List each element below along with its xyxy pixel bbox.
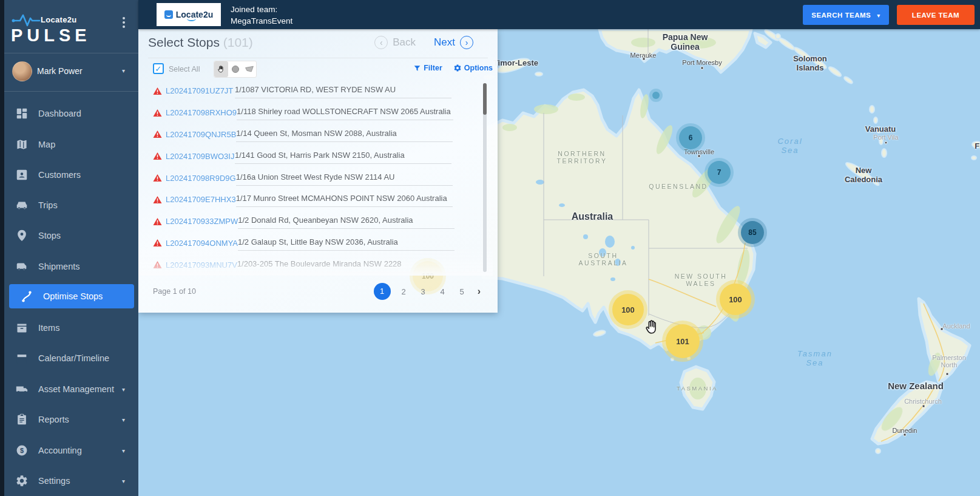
map-pin-icon bbox=[15, 229, 29, 242]
sidebar-item-settings[interactable]: Settings ▾ bbox=[4, 469, 138, 493]
warning-icon bbox=[153, 87, 162, 95]
sidebar-item-shipments[interactable]: Shipments bbox=[4, 254, 138, 279]
page-button-1[interactable]: 1 bbox=[374, 283, 391, 300]
app-window: Papua New Guinea Merauke Port Moresby Ti… bbox=[0, 0, 980, 496]
sidebar-item-accounting[interactable]: $ Accounting ▾ bbox=[4, 438, 138, 463]
sidebar-item-label: Trips bbox=[38, 200, 58, 210]
locate2u-logo-text: Locate2u bbox=[176, 10, 213, 19]
stop-id-link[interactable]: L202417098RXHO9 bbox=[166, 108, 237, 117]
sidebar-item-reports[interactable]: Reports ▾ bbox=[4, 407, 138, 432]
stop-id-link[interactable]: L20241709BWO3IJ bbox=[166, 152, 235, 161]
stop-address: 1/1087 VICTORIA RD, WEST RYDE NSW AU bbox=[235, 83, 451, 98]
svg-text:$: $ bbox=[20, 447, 24, 454]
page-button-4[interactable]: 4 bbox=[436, 287, 449, 296]
stop-cluster-100-east[interactable]: 100 bbox=[720, 284, 751, 315]
polygon-select-tool[interactable] bbox=[242, 61, 256, 77]
stop-row[interactable]: L20241709QNJR5B 1/14 Queen St, Mosman NS… bbox=[138, 124, 498, 146]
stop-cluster-101[interactable]: 101 bbox=[666, 324, 700, 358]
warning-icon bbox=[153, 109, 162, 117]
stop-id-link[interactable]: L202417093MNU7V bbox=[166, 260, 237, 269]
filter-button[interactable]: Filter bbox=[413, 64, 442, 72]
wizard-nav: ‹ Back Next › bbox=[374, 36, 473, 49]
sidebar-item-label: Asset Management bbox=[38, 384, 114, 394]
sidebar-item-dashboard[interactable]: Dashboard bbox=[4, 101, 138, 126]
sidebar-item-calendar-timeline[interactable]: Calendar/Timeline bbox=[4, 346, 138, 370]
kebab-menu-icon[interactable] bbox=[123, 15, 125, 30]
page-button-3[interactable]: 3 bbox=[417, 287, 430, 296]
sidebar-item-asset-management[interactable]: Asset Management ▾ bbox=[4, 377, 138, 401]
stop-cluster-7[interactable]: 7 bbox=[708, 161, 731, 184]
calendar-icon bbox=[15, 352, 29, 365]
product-name: PULSE bbox=[11, 25, 91, 46]
select-all-checkbox[interactable]: ✓ bbox=[153, 63, 164, 74]
sidebar-item-label: Reports bbox=[38, 415, 69, 424]
stop-row[interactable]: L202417091UZ7JT 1/1087 VICTORIA RD, WEST… bbox=[138, 80, 498, 102]
stop-row[interactable]: L20241709E7HHX3 1/17 Munro Street MCMAHO… bbox=[138, 189, 498, 211]
stops-list: L202417091UZ7JT 1/1087 VICTORIA RD, WEST… bbox=[138, 80, 498, 269]
sidebar-item-label: Dashboard bbox=[38, 109, 81, 118]
sidebar-item-stops[interactable]: Stops bbox=[4, 223, 138, 248]
page-button-5[interactable]: 5 bbox=[456, 287, 468, 296]
chevron-down-icon: ▾ bbox=[877, 12, 880, 19]
stop-row[interactable]: L2024170933ZMPW 1/2 Donald Rd, Queanbeya… bbox=[138, 211, 498, 233]
search-teams-button[interactable]: SEARCH TEAMS▾ bbox=[803, 5, 889, 25]
next-arrow-icon[interactable]: › bbox=[460, 36, 473, 49]
pagination: Page 1 of 10 1 2 3 4 5 › bbox=[138, 279, 498, 304]
funnel-icon bbox=[413, 64, 421, 72]
next-button[interactable]: Next bbox=[434, 36, 455, 49]
warning-icon bbox=[153, 152, 162, 160]
pan-hand-tool[interactable] bbox=[214, 61, 228, 77]
stop-row[interactable]: L202417094ONMYA 1/2 Galaup St, Little Ba… bbox=[138, 233, 498, 254]
sidebar-item-map[interactable]: Map bbox=[4, 132, 138, 157]
list-toolbar: ✓ Select All Filter bbox=[138, 61, 498, 79]
sidebar-item-items[interactable]: Items bbox=[4, 316, 138, 340]
back-arrow-icon[interactable]: ‹ bbox=[374, 36, 388, 49]
stop-id-link[interactable]: L20241709QNJR5B bbox=[166, 130, 236, 139]
stop-id-link[interactable]: L202417098R9D9G bbox=[166, 174, 236, 183]
stop-address: 1/141 Good St, Harris Park NSW 2150, Aus… bbox=[235, 149, 451, 164]
map-icon bbox=[15, 138, 29, 151]
stop-cluster-6[interactable]: 6 bbox=[679, 126, 702, 149]
stop-cluster-dot[interactable] bbox=[652, 92, 660, 99]
stop-address: 1/14 Queen St, Mosman NSW 2088, Australi… bbox=[236, 127, 453, 142]
options-button[interactable]: Options bbox=[453, 64, 493, 72]
stop-row[interactable]: L20241709BWO3IJ 1/141 Good St, Harris Pa… bbox=[138, 145, 498, 167]
sidebar-item-label: Shipments bbox=[38, 262, 80, 271]
customers-icon bbox=[15, 168, 29, 182]
stop-address: 1/2 Donald Rd, Queanbeyan NSW 2620, Aust… bbox=[238, 214, 455, 229]
scrollbar-thumb[interactable] bbox=[483, 83, 487, 115]
route-icon bbox=[20, 290, 33, 303]
circle-select-tool[interactable] bbox=[228, 61, 242, 77]
stop-id-link[interactable]: L2024170933ZMPW bbox=[166, 217, 238, 226]
sidebar-item-label: Optimise Stops bbox=[43, 291, 103, 301]
stop-row[interactable]: L202417098R9D9G 1/16a Union Street West … bbox=[138, 167, 498, 189]
user-menu[interactable]: Mark Power ▾ bbox=[4, 59, 138, 84]
sidebar-item-optimise-stops[interactable]: Optimise Stops bbox=[9, 284, 134, 308]
back-button[interactable]: Back bbox=[393, 36, 416, 49]
stop-row[interactable]: L202417098RXHO9 1/118 Shirley road WOLLS… bbox=[138, 102, 498, 124]
chevron-down-icon: ▾ bbox=[122, 67, 125, 74]
list-scrollbar[interactable] bbox=[483, 83, 487, 272]
chevron-down-icon: ▾ bbox=[122, 478, 125, 484]
stop-cluster-85[interactable]: 85 bbox=[741, 221, 764, 244]
leave-team-button[interactable]: LEAVE TEAM bbox=[897, 5, 975, 25]
user-name: Mark Power bbox=[37, 66, 83, 76]
stop-id-link[interactable]: L202417091UZ7JT bbox=[166, 86, 235, 95]
sidebar-item-customers[interactable]: Customers bbox=[4, 163, 138, 187]
stop-id-link[interactable]: L202417094ONMYA bbox=[166, 239, 238, 248]
townsville-marker bbox=[698, 155, 701, 158]
next-page-icon[interactable]: › bbox=[478, 286, 481, 297]
joined-team-text: Joined team: MegaTransEvent bbox=[231, 4, 292, 27]
divider bbox=[4, 53, 138, 53]
stop-address: 1/2 Galaup St, Little Bay NSW 2036, Aust… bbox=[238, 236, 455, 251]
brand-name: Locate2u bbox=[41, 15, 76, 24]
stop-cluster-100-west[interactable]: 100 bbox=[612, 294, 644, 325]
stop-address: 1/16a Union Street West Ryde NSW 2114 AU bbox=[236, 171, 453, 186]
chevron-down-icon: ▾ bbox=[122, 416, 125, 423]
stop-row[interactable]: L202417093MNU7V 1/203-205 The Boulevarde… bbox=[138, 254, 498, 269]
page-button-2[interactable]: 2 bbox=[397, 287, 410, 296]
sidebar-item-trips[interactable]: Trips bbox=[4, 193, 138, 217]
gear-icon bbox=[453, 64, 462, 72]
window-edge bbox=[0, 0, 4, 496]
stop-id-link[interactable]: L20241709E7HHX3 bbox=[166, 195, 236, 204]
